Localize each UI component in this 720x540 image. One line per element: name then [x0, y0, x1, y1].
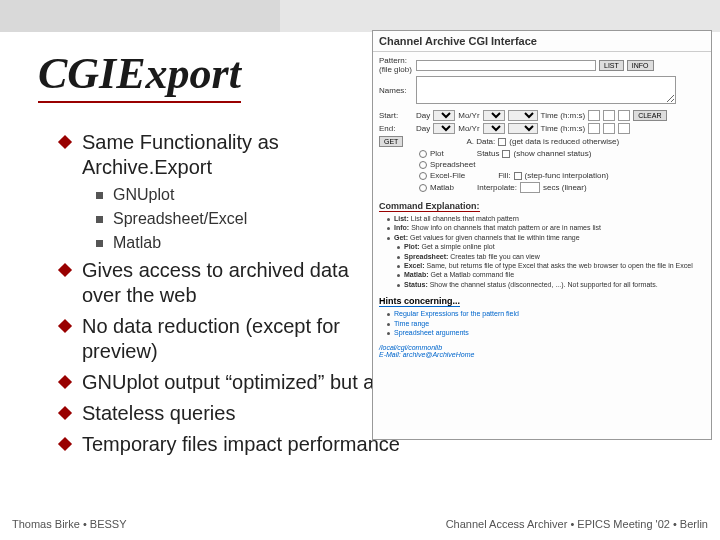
slide-title: CGIExport	[38, 48, 241, 103]
pattern-label: Pattern: (file glob)	[379, 56, 413, 74]
bullet-text: No data reduction (except for preview)	[82, 314, 382, 364]
hints-heading: Hints concerning...	[379, 296, 460, 307]
start-m[interactable]	[603, 110, 615, 121]
getdata-check[interactable]	[498, 138, 506, 146]
cgi-interface-screenshot: Channel Archive CGI Interface Pattern: (…	[372, 30, 712, 440]
footer-left: Thomas Birke • BESSY	[12, 518, 127, 530]
subbullet-icon	[96, 240, 103, 247]
subbullet-text: GNUplot	[113, 186, 174, 204]
start-label: Start:	[379, 111, 413, 120]
bullet-icon	[58, 135, 72, 149]
bullet-text: Temporary files impact performance	[82, 432, 400, 457]
url-line[interactable]: /local/cgi/commonlib	[379, 344, 705, 351]
time-label: Time (h:m:s)	[541, 111, 586, 120]
subbullet-text: Spreadsheet/Excel	[113, 210, 247, 228]
end-label: End:	[379, 124, 413, 133]
day-label: Day	[416, 111, 430, 120]
header-band-accent	[0, 0, 280, 32]
bullet-text: Same Functionality as Archive.Export	[82, 130, 382, 180]
getdata-label: A. Data:	[466, 137, 495, 146]
hint-link[interactable]: Time range	[394, 320, 429, 328]
status-check[interactable]	[502, 150, 510, 158]
bullet-icon	[58, 263, 72, 277]
hint-link[interactable]: Spreadsheet arguments	[394, 329, 469, 337]
subbullet-icon	[96, 192, 103, 199]
subbullet-icon	[96, 216, 103, 223]
clear-button[interactable]: CLEAR	[633, 110, 666, 121]
start-mo[interactable]	[483, 110, 505, 121]
start-yr[interactable]	[508, 110, 538, 121]
interp-label: Interpolate:	[477, 183, 517, 192]
plot-radio[interactable]	[419, 150, 427, 158]
start-day[interactable]	[433, 110, 455, 121]
url-line[interactable]: E-Mail: archive@ArchiveHome	[379, 351, 705, 358]
bullet-text: Stateless queries	[82, 401, 235, 426]
cmd-heading: Command Explanation:	[379, 201, 480, 212]
fill-label: Fill:	[498, 171, 510, 180]
pattern-input[interactable]	[416, 60, 596, 71]
footer: Thomas Birke • BESSY Channel Access Arch…	[0, 518, 720, 530]
cgi-heading: Channel Archive CGI Interface	[373, 31, 711, 52]
get-button[interactable]: GET	[379, 136, 403, 147]
end-mo[interactable]	[483, 123, 505, 134]
subbullet-text: Matlab	[113, 234, 161, 252]
end-m[interactable]	[603, 123, 615, 134]
names-input[interactable]	[416, 76, 676, 104]
end-day[interactable]	[433, 123, 455, 134]
list-button[interactable]: LIST	[599, 60, 624, 71]
end-h[interactable]	[588, 123, 600, 134]
start-s[interactable]	[618, 110, 630, 121]
footer-right: Channel Access Archiver • EPICS Meeting …	[446, 518, 708, 530]
names-label: Names:	[379, 86, 413, 95]
interp-input[interactable]	[520, 182, 540, 193]
bullet-text: Gives access to archived data over the w…	[82, 258, 382, 308]
bullet-icon	[58, 319, 72, 333]
info-button[interactable]: INFO	[627, 60, 654, 71]
excel-radio[interactable]	[419, 172, 427, 180]
end-s[interactable]	[618, 123, 630, 134]
bullet-icon	[58, 437, 72, 451]
moyr-label: Mo/Yr	[458, 111, 479, 120]
status-label: Status	[477, 149, 500, 158]
matlab-radio[interactable]	[419, 184, 427, 192]
bullet-icon	[58, 406, 72, 420]
end-yr[interactable]	[508, 123, 538, 134]
bullet-icon	[58, 375, 72, 389]
start-h[interactable]	[588, 110, 600, 121]
fill-check[interactable]	[514, 172, 522, 180]
hint-link[interactable]: Regular Expressions for the pattern fiel…	[394, 310, 519, 318]
spread-radio[interactable]	[419, 161, 427, 169]
